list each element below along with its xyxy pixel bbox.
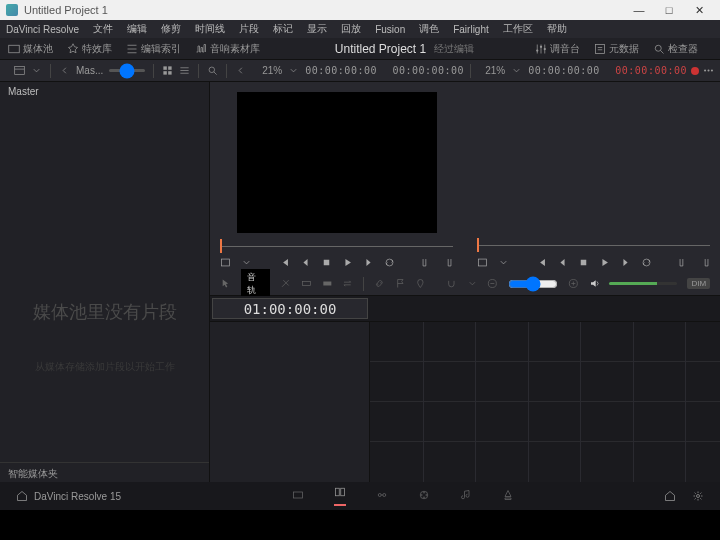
media-pool-button[interactable]: 媒体池 xyxy=(8,42,53,56)
effects-button[interactable]: 特效库 xyxy=(67,42,112,56)
prev-icon[interactable] xyxy=(59,65,70,76)
track-area[interactable] xyxy=(370,322,720,482)
metadata-button[interactable]: 元数据 xyxy=(594,42,639,56)
insert-icon[interactable] xyxy=(301,278,312,289)
menu-item[interactable]: 帮助 xyxy=(547,22,567,36)
menu-item[interactable]: 编辑 xyxy=(127,22,147,36)
volume-slider[interactable] xyxy=(609,282,677,285)
color-page-icon[interactable] xyxy=(418,489,430,503)
playhead-timecode[interactable]: 01:00:00:00 xyxy=(212,298,368,319)
home-icon[interactable] xyxy=(16,490,28,502)
replace-icon[interactable] xyxy=(342,278,353,289)
svg-rect-7 xyxy=(164,66,167,69)
project-manager-icon[interactable] xyxy=(664,490,676,502)
mixer-button[interactable]: 调音台 xyxy=(535,42,580,56)
zoom-in-icon[interactable] xyxy=(568,278,579,289)
timeline-screen[interactable] xyxy=(467,82,720,232)
fusion-page-icon[interactable] xyxy=(376,489,388,503)
marker-icon[interactable] xyxy=(415,278,426,289)
source-scrubber[interactable] xyxy=(220,239,453,253)
timeline-scrubber[interactable] xyxy=(477,238,710,252)
zoom-out-icon[interactable] xyxy=(487,278,498,289)
media-page-icon[interactable] xyxy=(292,489,304,503)
options-icon[interactable] xyxy=(703,65,714,76)
chevron-down-icon[interactable] xyxy=(31,65,42,76)
search-icon[interactable] xyxy=(207,65,218,76)
prev-frame-icon[interactable] xyxy=(300,257,311,268)
selection-tool-icon[interactable] xyxy=(220,278,231,289)
svg-rect-6 xyxy=(15,66,25,74)
menu-item[interactable]: 显示 xyxy=(307,22,327,36)
first-frame-icon[interactable] xyxy=(536,257,547,268)
list-view-icon[interactable] xyxy=(179,65,190,76)
deliver-page-icon[interactable] xyxy=(502,489,514,503)
close-button[interactable]: ✕ xyxy=(684,4,714,17)
chevron-left-icon[interactable] xyxy=(235,65,246,76)
chevron-down-icon[interactable] xyxy=(498,257,509,268)
menu-item[interactable]: 标记 xyxy=(273,22,293,36)
source-screen[interactable] xyxy=(237,92,437,233)
first-frame-icon[interactable] xyxy=(279,257,290,268)
zoom-level[interactable]: 21% xyxy=(485,65,505,76)
mark-out-icon[interactable] xyxy=(699,257,710,268)
zoom-slider[interactable] xyxy=(508,276,558,292)
edit-page-icon[interactable] xyxy=(334,486,346,506)
timeline-ruler[interactable] xyxy=(370,296,720,321)
inspector-button[interactable]: 检查器 xyxy=(653,42,698,56)
sound-library-button[interactable]: 音响素材库 xyxy=(195,42,260,56)
edit-index-button[interactable]: 编辑索引 xyxy=(126,42,181,56)
match-frame-icon[interactable] xyxy=(220,257,231,268)
stop-icon[interactable] xyxy=(321,257,332,268)
media-pool-body[interactable]: 媒体池里没有片段 从媒体存储添加片段以开始工作 xyxy=(0,100,209,462)
snap-icon[interactable] xyxy=(446,278,457,289)
dim-button[interactable]: DIM xyxy=(687,278,710,289)
next-frame-icon[interactable] xyxy=(620,257,631,268)
chevron-down-icon[interactable] xyxy=(288,65,299,76)
flag-icon[interactable] xyxy=(395,278,406,289)
minimize-button[interactable]: — xyxy=(624,4,654,16)
grid-view-icon[interactable] xyxy=(162,65,173,76)
menu-item[interactable]: 修剪 xyxy=(161,22,181,36)
zoom-level[interactable]: 21% xyxy=(262,65,282,76)
menu-item[interactable]: Fairlight xyxy=(453,24,489,35)
menu-item[interactable]: 回放 xyxy=(341,22,361,36)
settings-icon[interactable] xyxy=(692,490,704,502)
prev-frame-icon[interactable] xyxy=(557,257,568,268)
mark-out-icon[interactable] xyxy=(442,257,453,268)
timecode-record: 00:00:00:00 xyxy=(615,65,687,76)
smart-bins[interactable]: 智能媒体夹 xyxy=(0,462,209,482)
fairlight-page-icon[interactable] xyxy=(460,489,472,503)
menu-item[interactable]: 时间线 xyxy=(195,22,225,36)
menu-item[interactable]: 文件 xyxy=(93,22,113,36)
sidebar-header[interactable]: Master xyxy=(0,82,209,100)
svg-rect-17 xyxy=(478,259,486,266)
panel-icon[interactable] xyxy=(14,65,25,76)
loop-icon[interactable] xyxy=(641,257,652,268)
menu-item[interactable]: 片段 xyxy=(239,22,259,36)
stop-icon[interactable] xyxy=(578,257,589,268)
mark-in-icon[interactable] xyxy=(678,257,689,268)
link-icon[interactable] xyxy=(374,278,385,289)
mark-in-icon[interactable] xyxy=(421,257,432,268)
svg-rect-0 xyxy=(9,45,20,53)
blade-tool-icon[interactable] xyxy=(280,278,291,289)
maximize-button[interactable]: □ xyxy=(654,4,684,16)
overwrite-icon[interactable] xyxy=(322,278,333,289)
match-frame-icon[interactable] xyxy=(477,257,488,268)
menu-item[interactable]: 工作区 xyxy=(503,22,533,36)
chevron-down-icon[interactable] xyxy=(241,257,252,268)
bin-name[interactable]: Mas... xyxy=(76,65,103,76)
menu-item[interactable]: 调色 xyxy=(419,22,439,36)
main-menubar: DaVinci Resolve 文件 编辑 修剪 时间线 片段 标记 显示 回放… xyxy=(0,20,720,38)
play-icon[interactable] xyxy=(342,257,353,268)
chevron-down-icon[interactable] xyxy=(511,65,522,76)
play-icon[interactable] xyxy=(599,257,610,268)
loop-icon[interactable] xyxy=(384,257,395,268)
track-headers[interactable] xyxy=(210,322,370,482)
menu-item[interactable]: DaVinci Resolve xyxy=(6,24,79,35)
thumb-size-slider[interactable] xyxy=(109,69,145,72)
chevron-down-icon[interactable] xyxy=(467,278,478,289)
volume-icon[interactable] xyxy=(589,278,600,289)
next-frame-icon[interactable] xyxy=(363,257,374,268)
menu-item[interactable]: Fusion xyxy=(375,24,405,35)
